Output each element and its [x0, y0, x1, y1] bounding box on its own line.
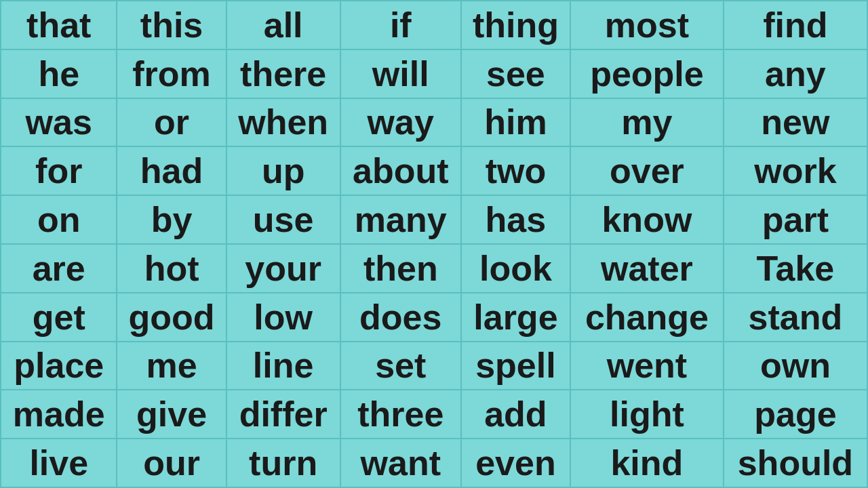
word-cell: water — [570, 244, 724, 293]
word-cell: get — [1, 293, 117, 342]
word-cell: people — [570, 49, 724, 98]
word-cell: on — [1, 195, 117, 244]
word-cell: all — [226, 1, 340, 49]
word-cell: look — [461, 244, 570, 293]
word-cell: change — [570, 293, 724, 342]
word-cell: use — [226, 195, 340, 244]
word-cell: for — [1, 146, 117, 195]
word-cell: good — [117, 293, 226, 342]
word-cell: spell — [461, 342, 570, 390]
word-grid: thatthisallifthingmostfindhefromtherewil… — [0, 0, 868, 488]
word-cell: differ — [226, 390, 340, 439]
word-cell: most — [570, 1, 724, 49]
word-cell: made — [1, 390, 117, 439]
table-row: arehotyourthenlookwaterTake — [1, 244, 867, 293]
table-row: madegivedifferthreeaddlightpage — [1, 390, 867, 439]
word-cell: add — [461, 390, 570, 439]
word-cell: kind — [570, 439, 724, 487]
word-cell: then — [340, 244, 461, 293]
word-cell: hot — [117, 244, 226, 293]
word-cell: three — [340, 390, 461, 439]
table-row: thatthisallifthingmostfind — [1, 1, 867, 49]
word-cell: if — [340, 1, 461, 49]
word-cell: many — [340, 195, 461, 244]
word-cell: him — [461, 98, 570, 147]
word-cell: own — [724, 342, 867, 390]
word-cell: any — [724, 49, 867, 98]
word-cell: new — [724, 98, 867, 147]
table-row: forhadupabouttwooverwork — [1, 146, 867, 195]
word-cell: from — [117, 49, 226, 98]
word-cell: when — [226, 98, 340, 147]
word-cell: low — [226, 293, 340, 342]
word-cell: or — [117, 98, 226, 147]
word-cell: see — [461, 49, 570, 98]
word-cell: light — [570, 390, 724, 439]
word-cell: has — [461, 195, 570, 244]
word-cell: me — [117, 342, 226, 390]
word-cell: Take — [724, 244, 867, 293]
word-cell: live — [1, 439, 117, 487]
word-cell: went — [570, 342, 724, 390]
word-cell: stand — [724, 293, 867, 342]
word-cell: our — [117, 439, 226, 487]
word-cell: way — [340, 98, 461, 147]
word-cell: had — [117, 146, 226, 195]
word-cell: should — [724, 439, 867, 487]
word-cell: about — [340, 146, 461, 195]
word-cell: part — [724, 195, 867, 244]
table-row: placemelinesetspellwentown — [1, 342, 867, 390]
word-cell: he — [1, 49, 117, 98]
word-cell: give — [117, 390, 226, 439]
word-cell: set — [340, 342, 461, 390]
table-row: hefromtherewillseepeopleany — [1, 49, 867, 98]
word-cell: line — [226, 342, 340, 390]
word-cell: does — [340, 293, 461, 342]
word-cell: find — [724, 1, 867, 49]
word-cell: this — [117, 1, 226, 49]
word-cell: even — [461, 439, 570, 487]
word-cell: was — [1, 98, 117, 147]
word-cell: my — [570, 98, 724, 147]
word-cell: that — [1, 1, 117, 49]
table-row: liveourturnwantevenkindshould — [1, 439, 867, 487]
word-cell: large — [461, 293, 570, 342]
table-row: wasorwhenwayhimmynew — [1, 98, 867, 147]
word-cell: want — [340, 439, 461, 487]
word-cell: place — [1, 342, 117, 390]
word-cell: turn — [226, 439, 340, 487]
word-cell: are — [1, 244, 117, 293]
word-cell: by — [117, 195, 226, 244]
table-row: getgoodlowdoeslargechangestand — [1, 293, 867, 342]
word-cell: up — [226, 146, 340, 195]
word-cell: know — [570, 195, 724, 244]
word-cell: page — [724, 390, 867, 439]
word-cell: will — [340, 49, 461, 98]
word-cell: over — [570, 146, 724, 195]
word-cell: thing — [461, 1, 570, 49]
table-row: onbyusemanyhasknowpart — [1, 195, 867, 244]
word-cell: work — [724, 146, 867, 195]
word-cell: two — [461, 146, 570, 195]
word-cell: your — [226, 244, 340, 293]
word-cell: there — [226, 49, 340, 98]
